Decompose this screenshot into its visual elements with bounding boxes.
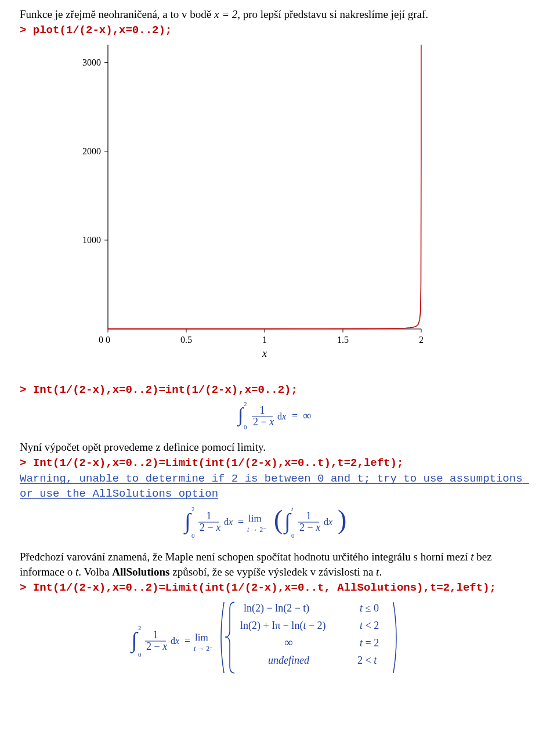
svg-text:2 − x: 2 − x [299,522,320,533]
code-plot: > plot(1/(2-x),x=0..2); [20,23,537,38]
svg-text:2: 2 [138,624,142,631]
svg-text:lim: lim [248,513,262,524]
svg-text:2: 2 [244,400,247,407]
para-limit-intro: Nyní výpočet opět provedeme z definice p… [20,440,537,455]
svg-text:ln(2) + Iπ − ln(t − 2): ln(2) + Iπ − ln(t − 2) [240,620,326,632]
svg-text:t ≤ 0: t ≤ 0 [360,602,379,614]
p3-bold: AllSolutions [112,566,169,578]
p3-e: . [379,566,382,578]
svg-text:∫: ∫ [130,628,139,654]
p3-d: způsobí, že se vypíše výsledek v závislo… [169,566,376,578]
pw-row-3: ∞ t = 2 [284,636,379,649]
code-limit: > Int(1/(2-x),x=0..2)=Limit(int(1/(2-x),… [20,456,537,471]
plot-svg: 00.511.521000200030000x [62,39,433,364]
svg-text:=: = [238,516,244,527]
svg-text:=: = [292,410,298,422]
svg-text:dx: dx [324,517,332,527]
svg-text:1: 1 [262,335,267,345]
svg-text:0: 0 [99,335,103,345]
svg-text:0: 0 [291,532,295,539]
intro-eq: x = 2, [214,8,240,20]
intro-text: Funkce je zřejmě neohraničená, a to v bo… [20,7,537,22]
para-warning-explain: Předchozí varování znamená, že Maple nen… [20,549,537,579]
svg-text:2000: 2000 [82,146,101,156]
math-output-limit: ∫ 2 0 1 2 − x dx = lim t → 2− ( ∫ t 0 1 … [20,504,537,547]
plot-chart: 00.511.521000200030000x [62,39,433,368]
svg-text:∫: ∫ [283,509,292,535]
svg-text:2 < t: 2 < t [357,654,377,666]
pw-row-2: ln(2) + Iπ − ln(t − 2) t < 2 [240,620,379,632]
svg-text:∞: ∞ [284,636,292,649]
svg-text:2 − x: 2 − x [253,416,274,428]
p3-c: . Volba [78,566,112,578]
svg-text:lim: lim [195,632,208,643]
warning-output: Warning, unable to determine if 2 is bet… [20,472,537,501]
svg-text:=: = [185,635,190,646]
intro-text-b: pro lepší představu si nakreslíme její g… [240,8,428,20]
svg-text:dx: dx [224,517,233,527]
svg-text:t → 2−: t → 2− [247,525,266,534]
svg-text:t → 2−: t → 2− [194,644,212,653]
svg-text:dx: dx [277,411,286,421]
svg-text:1.5: 1.5 [337,335,349,345]
svg-text:dx: dx [171,636,179,646]
svg-text:0: 0 [244,424,247,431]
svg-text:1000: 1000 [82,235,101,245]
svg-text:1: 1 [260,404,265,416]
svg-text:0: 0 [191,532,195,539]
svg-text:2 − x: 2 − x [146,641,167,652]
math-output-piecewise: ∫ 2 0 1 2 − x dx = lim t → 2− ln(2) − ln… [20,599,537,678]
pw-row-1: ln(2) − ln(2 − t) t ≤ 0 [244,602,379,614]
svg-text:∞: ∞ [303,409,311,422]
svg-text:t = 2: t = 2 [360,637,379,649]
svg-text:0: 0 [106,335,110,345]
svg-text:t < 2: t < 2 [360,620,379,631]
svg-text:t: t [291,505,294,512]
svg-text:0.5: 0.5 [180,335,192,345]
pw-row-4: undefined 2 < t [268,654,377,666]
svg-text:1: 1 [207,510,212,522]
svg-text:2: 2 [191,505,195,512]
svg-text:): ) [338,505,346,534]
svg-text:∫: ∫ [183,509,192,535]
svg-text:1: 1 [306,510,312,522]
svg-text:ln(2) − ln(2 − t): ln(2) − ln(2 − t) [244,602,309,614]
svg-text:1: 1 [153,629,158,641]
svg-text:(: ( [274,505,283,534]
code-int-eq: > Int(1/(2-x),x=0..2)=int(1/(2-x),x=0..2… [20,383,537,398]
intro-text-a: Funkce je zřejmě neohraničená, a to v bo… [20,8,214,20]
math-output-int: ∫ 2 0 1 2 − x dx = ∞ [20,400,537,437]
svg-text:2: 2 [419,335,424,345]
code-allsolutions: > Int(1/(2-x),x=0..2)=Limit(int(1/(2-x),… [20,581,537,596]
p3-a: Předchozí varování znamená, že Maple nen… [20,551,471,563]
svg-text:x: x [262,348,267,359]
svg-text:3000: 3000 [82,57,101,67]
svg-text:2 − x: 2 − x [200,522,220,533]
svg-text:0: 0 [138,651,142,658]
svg-text:undefined: undefined [268,654,310,666]
